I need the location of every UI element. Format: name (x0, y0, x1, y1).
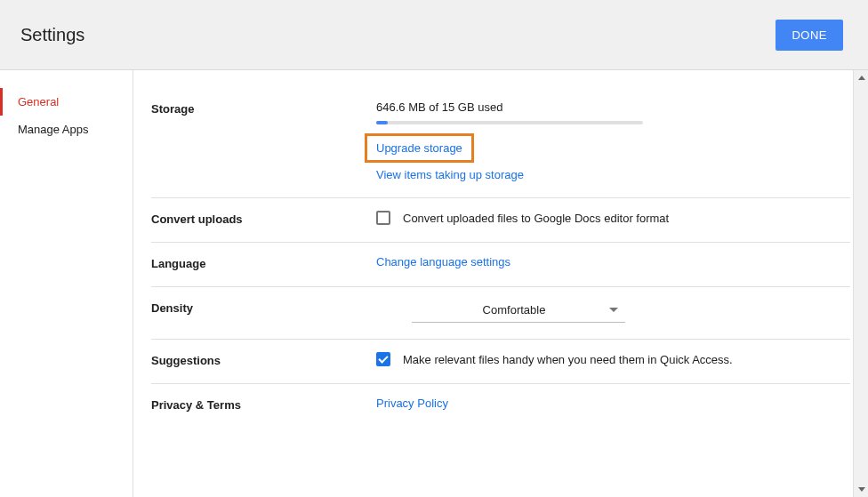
section-body-density: Comfortable (376, 300, 850, 323)
density-select[interactable]: Comfortable (412, 300, 625, 323)
settings-content: Storage 646.6 MB of 15 GB used Upgrade s… (133, 70, 868, 497)
section-label-storage: Storage (151, 100, 376, 181)
scrollbar[interactable] (853, 70, 868, 497)
upgrade-storage-link[interactable]: Upgrade storage (376, 141, 462, 155)
section-body-suggestions: Make relevant files handy when you need … (376, 352, 850, 367)
scrollbar-up-button[interactable] (854, 70, 868, 85)
section-label-privacy: Privacy & Terms (151, 397, 376, 412)
section-suggestions: Suggestions Make relevant files handy wh… (151, 340, 850, 384)
storage-usage-text: 646.6 MB of 15 GB used (376, 100, 850, 114)
view-items-link[interactable]: View items taking up storage (376, 168, 524, 181)
section-storage: Storage 646.6 MB of 15 GB used Upgrade s… (151, 88, 850, 198)
storage-bar (376, 121, 643, 124)
section-label-language: Language (151, 255, 376, 270)
sidebar-item-label: Manage Apps (18, 123, 89, 136)
suggestions-checkbox-label: Make relevant files handy when you need … (403, 353, 733, 366)
section-label-convert: Convert uploads (151, 211, 376, 226)
convert-checkbox-row: Convert uploaded files to Google Docs ed… (376, 211, 850, 225)
scrollbar-down-button[interactable] (854, 482, 868, 497)
body-wrap: General Manage Apps Storage 646.6 MB of … (0, 70, 868, 497)
convert-checkbox[interactable] (376, 211, 390, 225)
done-button[interactable]: DONE (776, 20, 843, 51)
arrow-down-icon (858, 487, 865, 492)
sidebar-item-manage-apps[interactable]: Manage Apps (0, 116, 133, 143)
section-label-density: Density (151, 300, 376, 323)
sidebar-item-label: General (18, 95, 59, 108)
section-body-storage: 646.6 MB of 15 GB used Upgrade storage V… (376, 100, 850, 181)
section-language: Language Change language settings (151, 243, 850, 287)
arrow-up-icon (858, 76, 865, 80)
change-language-link[interactable]: Change language settings (376, 255, 510, 269)
section-label-suggestions: Suggestions (151, 352, 376, 367)
suggestions-checkbox-row: Make relevant files handy when you need … (376, 352, 850, 366)
convert-checkbox-label: Convert uploaded files to Google Docs ed… (403, 212, 669, 225)
upgrade-storage-highlight: Upgrade storage (365, 133, 474, 163)
section-privacy: Privacy & Terms Privacy Policy (151, 384, 850, 428)
density-value: Comfortable (419, 303, 609, 317)
section-body-language: Change language settings (376, 255, 850, 270)
section-convert-uploads: Convert uploads Convert uploaded files t… (151, 198, 850, 243)
settings-header: Settings DONE (0, 0, 868, 70)
section-body-privacy: Privacy Policy (376, 397, 850, 412)
chevron-down-icon (609, 308, 618, 312)
sidebar: General Manage Apps (0, 70, 133, 497)
section-body-convert: Convert uploaded files to Google Docs ed… (376, 211, 850, 226)
sidebar-item-general[interactable]: General (0, 88, 133, 116)
suggestions-checkbox[interactable] (376, 352, 390, 366)
section-density: Density Comfortable (151, 287, 850, 340)
page-title: Settings (20, 25, 84, 45)
storage-bar-fill (376, 121, 388, 124)
privacy-policy-link[interactable]: Privacy Policy (376, 397, 448, 410)
